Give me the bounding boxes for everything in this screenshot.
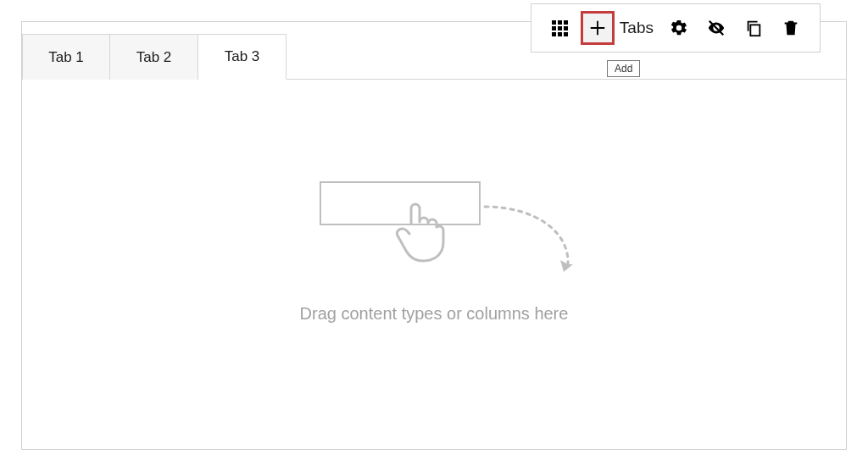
- dropzone-text: Drag content types or columns here: [300, 304, 569, 324]
- tab-content-dropzone[interactable]: Drag content types or columns here: [22, 80, 846, 449]
- dropzone-illustration: [298, 181, 570, 283]
- arrow-icon: [476, 198, 578, 283]
- toolbar-label: Tabs: [620, 19, 654, 37]
- duplicate-button[interactable]: [737, 11, 771, 45]
- tab-1[interactable]: Tab 1: [22, 34, 110, 80]
- tab-label: Tab 3: [225, 48, 260, 65]
- move-handle[interactable]: [543, 11, 577, 45]
- page-builder-stage: Tabs: [21, 21, 847, 450]
- tab-3[interactable]: Tab 3: [198, 34, 287, 80]
- settings-button[interactable]: [662, 11, 696, 45]
- add-tooltip: Add: [607, 60, 640, 77]
- delete-button[interactable]: [774, 11, 808, 45]
- tab-label: Tab 2: [136, 49, 172, 66]
- tab-label: Tab 1: [48, 49, 84, 66]
- tabs-toolbar: Tabs: [531, 3, 821, 53]
- svg-rect-1: [750, 25, 760, 36]
- tab-2[interactable]: Tab 2: [110, 34, 198, 80]
- trash-icon: [782, 19, 800, 37]
- copy-icon: [744, 19, 763, 37]
- grip-icon: [552, 20, 568, 36]
- add-tab-button[interactable]: [581, 11, 615, 45]
- gear-icon: [670, 19, 688, 37]
- plus-icon: [588, 19, 607, 37]
- eye-slash-icon: [707, 19, 726, 37]
- hand-icon: [392, 198, 451, 266]
- hide-button[interactable]: [699, 11, 733, 45]
